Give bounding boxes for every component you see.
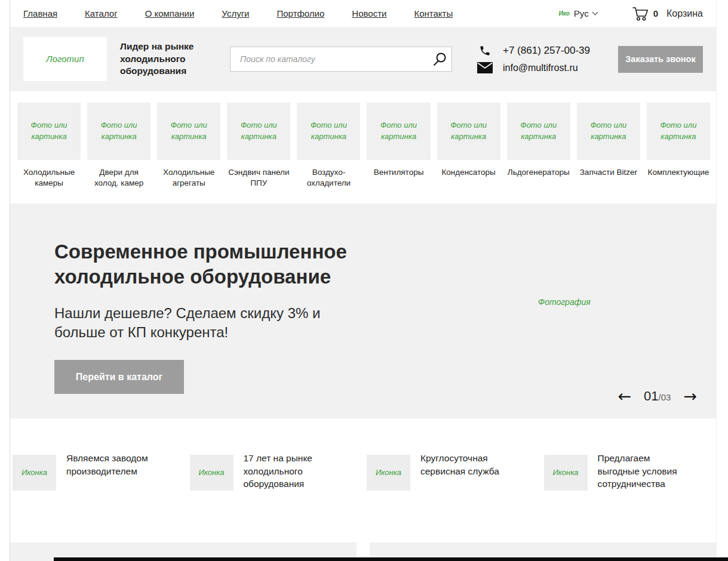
category-label: Сэндвич панели ППУ	[227, 167, 290, 188]
hero-banner: Современное промышленное холодильное обо…	[10, 204, 716, 418]
photo-placeholder-label: Фото или картинка	[369, 120, 428, 143]
feature-item: Иконка Являемся заводом производителем	[13, 451, 183, 491]
category-item[interactable]: Фото или картинка Запчасти Bitzer	[577, 103, 640, 188]
category-item[interactable]: Фото или картинка Сэндвич панели ППУ	[227, 103, 290, 188]
phone-number[interactable]: +7 (861) 257-00-39	[503, 45, 590, 57]
category-label: Комплектующие	[648, 167, 709, 178]
photo-placeholder-label: Фото или картинка	[229, 120, 288, 143]
cart-icon	[632, 6, 650, 21]
category-photo-placeholder: Фото или картинка	[87, 103, 150, 160]
hero-photo-placeholder: Фотография	[538, 296, 591, 308]
next-slide-arrow[interactable]: →	[683, 388, 697, 404]
category-item[interactable]: Фото или картинка Льдогенераторы	[507, 103, 570, 188]
category-label: Льдогенераторы	[508, 167, 570, 178]
email-row: info@multifrost.ru	[477, 62, 590, 73]
feature-icon-placeholder: Иконка	[13, 455, 56, 491]
email-icon	[477, 62, 493, 73]
feature-item: Иконка Круглосуточная сервисная служба	[367, 451, 537, 491]
slide-total: /03	[659, 392, 671, 402]
category-photo-placeholder: Фото или картинка	[297, 103, 360, 160]
category-label: Холодильные агрегаты	[157, 167, 220, 188]
nav-links: Главная Каталог О компании Услуги Портфо…	[23, 8, 453, 19]
cart-button[interactable]: 0 Корзина	[632, 6, 703, 21]
email-address[interactable]: info@multifrost.ru	[503, 63, 578, 73]
category-label: Двери для холод. камер	[87, 167, 150, 188]
slider-pagination: ← 01 /03 →	[618, 388, 697, 404]
photo-placeholder-label: Фото или картинка	[90, 120, 148, 143]
logo-placeholder-label: Логотип	[46, 53, 84, 66]
category-item[interactable]: Фото или картинка Воздухо-охладители	[297, 103, 360, 188]
photo-placeholder-label: Фото или картинка	[299, 120, 358, 143]
nav-link-contacts[interactable]: Контакты	[414, 8, 453, 19]
icon-placeholder-label: Иконка	[198, 467, 224, 479]
nav-link-news[interactable]: Новости	[352, 8, 386, 19]
photo-placeholder-label: Фото или картинка	[649, 120, 708, 143]
callback-button[interactable]: Заказать звонок	[618, 46, 703, 73]
category-item[interactable]: Фото или картинка Холодильные камеры	[17, 103, 81, 188]
go-to-catalog-button[interactable]: Перейти в каталог	[54, 360, 184, 394]
category-photo-placeholder: Фото или картинка	[157, 103, 220, 160]
search-box	[230, 47, 452, 72]
feature-text: 17 лет на рынке холодильного оборудовани…	[244, 451, 338, 491]
photo-placeholder-label: Фото или картинка	[440, 120, 498, 143]
nav-link-catalog[interactable]: Каталог	[85, 8, 118, 19]
photo-placeholder-label: Фото или картинка	[159, 120, 218, 143]
category-label: Запчасти Bitzer	[580, 167, 637, 178]
category-label: Холодильные камеры	[17, 167, 81, 188]
category-photo-placeholder: Фото или картинка	[17, 103, 81, 160]
features-section: Иконка Являемся заводом производителем И…	[10, 451, 716, 491]
feature-icon-placeholder: Иконка	[367, 455, 410, 491]
site-header: Логотип Лидер на рынке холодильного обор…	[10, 27, 716, 91]
prev-slide-arrow[interactable]: ←	[618, 388, 631, 404]
feature-icon-placeholder: Иконка	[190, 455, 234, 491]
logo-placeholder[interactable]: Логотип	[23, 37, 107, 81]
company-tagline: Лидер на рынке холодильного оборудования	[120, 41, 216, 78]
search-icon[interactable]	[432, 51, 447, 67]
hero-subtitle: Нашли дешевле? Сделаем скидку 3% и больш…	[54, 304, 338, 343]
category-photo-placeholder: Фото или картинка	[437, 103, 500, 160]
search-input[interactable]	[230, 47, 452, 72]
category-item[interactable]: Фото или картинка Конденсаторы	[437, 103, 500, 188]
cart-label: Корзина	[666, 8, 703, 19]
phone-row: +7 (861) 257-00-39	[477, 45, 590, 57]
category-item[interactable]: Фото или картинка Вентиляторы	[367, 103, 430, 188]
icon-placeholder-label: Иконка	[552, 467, 578, 479]
category-photo-placeholder: Фото или картинка	[507, 103, 570, 160]
photo-placeholder-label: Фото или картинка	[579, 120, 638, 143]
header-contacts: +7 (861) 257-00-39 info@multifrost.ru	[477, 45, 590, 73]
photo-placeholder-label: Фото или картинка	[20, 120, 78, 143]
language-label: Рус	[574, 8, 589, 19]
cart-count: 0	[653, 8, 658, 19]
category-item[interactable]: Фото или картинка Двери для холод. камер	[87, 103, 150, 188]
page-container: Главная Каталог О компании Услуги Портфо…	[10, 0, 717, 561]
icon-placeholder-label: Иконка	[376, 467, 401, 479]
category-label: Воздухо-охладители	[297, 167, 360, 188]
feature-icon-placeholder: Иконка	[544, 455, 588, 491]
category-photo-placeholder: Фото или картинка	[227, 103, 290, 160]
nav-link-services[interactable]: Услуги	[222, 8, 249, 19]
feature-text: Являемся заводом производителем	[66, 451, 161, 477]
nav-link-portfolio[interactable]: Портфолио	[277, 8, 325, 19]
nav-right: Ико Рус 0 Корзина	[558, 6, 703, 21]
icon-placeholder-label: Иконка	[21, 467, 47, 479]
bottom-bar	[54, 557, 728, 561]
category-label: Конденсаторы	[441, 167, 495, 178]
categories-section: Фото или картинка Холодильные камеры Фот…	[10, 91, 716, 204]
phone-icon	[477, 45, 493, 57]
chevron-down-icon	[592, 10, 598, 16]
category-label: Вентиляторы	[374, 167, 424, 178]
language-selector[interactable]: Рус	[574, 8, 597, 19]
feature-item: Иконка Предлагаем выгодные условия сотру…	[544, 451, 714, 491]
category-item[interactable]: Фото или картинка Комплектующие	[647, 103, 710, 188]
feature-item: Иконка 17 лет на рынке холодильного обор…	[190, 451, 360, 491]
feature-text: Предлагаем выгодные условия сотрудничест…	[598, 451, 692, 491]
top-navigation: Главная Каталог О компании Услуги Портфо…	[10, 0, 716, 27]
nav-link-main[interactable]: Главная	[23, 8, 57, 19]
nav-link-about[interactable]: О компании	[145, 8, 195, 19]
feature-text: Круглосуточная сервисная служба	[420, 451, 515, 477]
category-photo-placeholder: Фото или картинка	[577, 103, 640, 160]
slide-current: 01	[644, 389, 658, 404]
category-item[interactable]: Фото или картинка Холодильные агрегаты	[157, 103, 220, 188]
slide-counter: 01 /03	[644, 389, 671, 404]
hero-title: Современное промышленное холодильное обо…	[54, 239, 425, 289]
